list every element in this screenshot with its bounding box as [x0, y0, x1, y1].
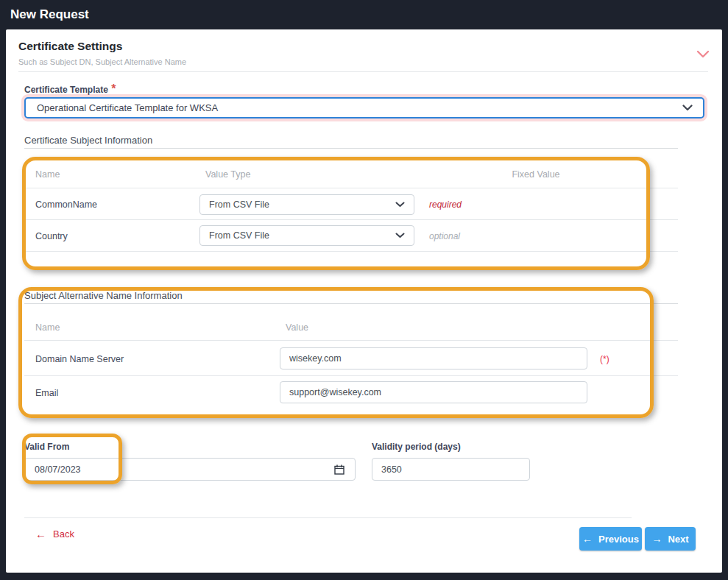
san-row-name: Email	[35, 388, 58, 398]
requirement-note: optional	[429, 231, 460, 241]
divider	[24, 303, 678, 304]
divider	[24, 375, 678, 376]
back-link[interactable]: ← Back	[35, 528, 74, 540]
required-marker: (*)	[600, 354, 609, 364]
san-row-name: Domain Name Server	[35, 354, 124, 364]
column-header-value-type: Value Type	[205, 169, 250, 180]
divider	[24, 148, 678, 149]
value-type-select-commonname[interactable]: From CSV File	[199, 194, 414, 215]
email-value-input[interactable]	[280, 381, 587, 403]
collapse-panel-button[interactable]	[696, 49, 710, 62]
valid-from-label: Valid From	[24, 442, 69, 452]
column-header-name: Name	[35, 322, 60, 333]
valid-from-date-input[interactable]: 08/07/2023	[24, 458, 356, 481]
panel-title: Certificate Settings	[18, 40, 122, 53]
column-header-fixed-value: Fixed Value	[470, 169, 602, 180]
san-section-title: Subject Alternative Name Information	[24, 290, 183, 301]
column-header-value: Value	[286, 322, 308, 333]
subject-row-name: CommonName	[35, 199, 97, 210]
right-arrow-icon: →	[651, 533, 662, 545]
divider	[24, 188, 678, 188]
required-asterisk: *	[111, 82, 116, 95]
certificate-template-select[interactable]: Operational Certificate Template for WKS…	[24, 97, 704, 119]
chevron-down-icon	[395, 202, 405, 208]
left-arrow-icon: ←	[582, 533, 593, 545]
chevron-down-icon	[696, 50, 710, 59]
chevron-down-icon	[395, 233, 405, 238]
panel-subtitle: Such as Subject DN, Subject Alternative …	[18, 57, 186, 66]
divider	[24, 219, 678, 220]
calendar-icon[interactable]	[334, 464, 344, 475]
divider	[24, 251, 678, 252]
selected-template-value: Operational Certificate Template for WKS…	[37, 102, 682, 113]
chevron-down-icon	[682, 105, 693, 111]
validity-period-label: Validity period (days)	[372, 442, 461, 452]
next-button[interactable]: → Next	[645, 527, 696, 551]
divider	[18, 71, 708, 72]
requirement-note: required	[429, 199, 462, 210]
left-arrow-icon: ←	[35, 528, 46, 540]
value-type-select-country[interactable]: From CSV File	[199, 225, 414, 246]
subject-row-name: Country	[35, 231, 68, 241]
certificate-settings-card: Certificate Settings Such as Subject DN,…	[6, 29, 722, 573]
previous-button[interactable]: ← Previous	[579, 527, 642, 551]
column-header-name: Name	[35, 169, 60, 180]
dns-value-input[interactable]	[280, 347, 587, 369]
divider	[24, 517, 632, 518]
validity-period-input[interactable]	[372, 458, 530, 481]
certificate-template-label: Certificate Template *	[24, 82, 116, 96]
subject-section-title: Certificate Subject Information	[24, 135, 152, 146]
divider	[24, 340, 678, 341]
page-title: New Request	[0, 0, 728, 29]
